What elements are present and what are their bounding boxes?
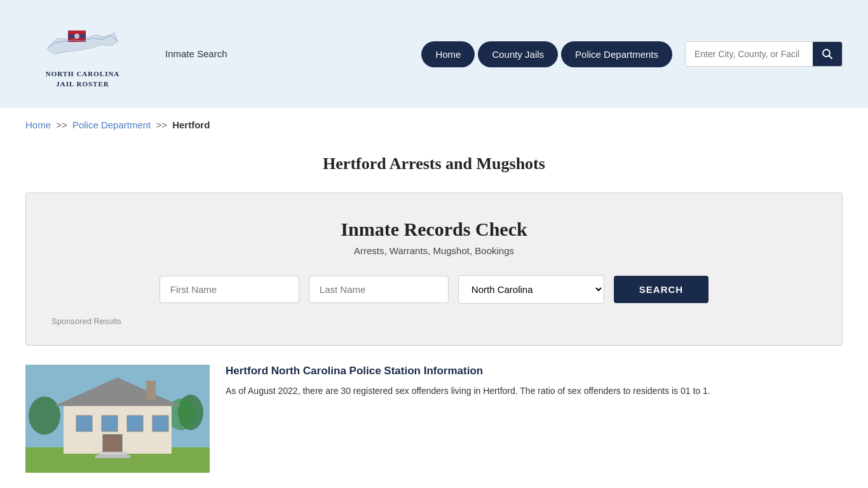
svg-rect-14: [76, 416, 92, 431]
logo-area: NORTH CAROLINA JAIL ROSTER: [25, 19, 140, 89]
svg-point-4: [74, 34, 79, 39]
svg-rect-21: [95, 455, 130, 458]
station-text-area: Hertford North Carolina Police Station I…: [226, 365, 843, 398]
station-body: As of August 2022, there are 30 register…: [226, 384, 843, 398]
svg-rect-17: [153, 416, 168, 431]
breadcrumb-police-dept[interactable]: Police Department: [72, 119, 151, 130]
page-title-area: Hertford Arrests and Mugshots: [0, 142, 868, 193]
nav-police-departments-button[interactable]: Police Departments: [561, 41, 672, 67]
breadcrumb-current: Hertford: [172, 119, 210, 130]
records-subtitle: Arrests, Warrants, Mugshot, Bookings: [51, 245, 817, 256]
inmate-search-link[interactable]: Inmate Search: [165, 48, 227, 59]
records-form: North CarolinaAlabamaAlaskaArizonaArkans…: [51, 275, 817, 304]
nav-county-jails-button[interactable]: County Jails: [478, 41, 558, 67]
svg-rect-15: [102, 416, 118, 431]
first-name-input[interactable]: [159, 276, 299, 303]
nav-area: Home County Jails Police Departments: [247, 41, 843, 67]
breadcrumb-home[interactable]: Home: [25, 119, 51, 130]
records-title: Inmate Records Check: [51, 219, 817, 240]
page-title: Hertford Arrests and Mugshots: [25, 154, 843, 173]
nav-links: Home County Jails Police Departments: [421, 41, 672, 67]
svg-rect-16: [127, 416, 143, 431]
svg-rect-19: [146, 381, 156, 400]
logo-text: NORTH CAROLINA JAIL ROSTER: [46, 69, 120, 89]
bottom-section: Hertford North Carolina Police Station I…: [0, 365, 868, 488]
station-heading: Hertford North Carolina Police Station I…: [226, 365, 843, 377]
header-search-area: [685, 41, 843, 67]
state-select[interactable]: North CarolinaAlabamaAlaskaArizonaArkans…: [458, 275, 604, 304]
nav-home-button[interactable]: Home: [421, 41, 475, 67]
station-image-inner: [25, 365, 210, 473]
nc-map-icon: [41, 19, 124, 67]
svg-point-8: [29, 396, 60, 435]
records-box: Inmate Records Check Arrests, Warrants, …: [25, 193, 843, 346]
last-name-input[interactable]: [309, 276, 449, 303]
search-icon: [822, 48, 833, 60]
records-search-button[interactable]: SEARCH: [614, 276, 709, 303]
station-image: [25, 365, 210, 473]
svg-rect-18: [103, 435, 122, 454]
sponsored-text: Sponsored Results: [51, 316, 817, 326]
breadcrumb-sep-2: >>: [156, 119, 167, 130]
header-search-input[interactable]: [686, 43, 813, 65]
svg-rect-20: [98, 452, 127, 455]
svg-line-6: [829, 56, 832, 59]
site-header: NORTH CAROLINA JAIL ROSTER Inmate Search…: [0, 0, 868, 108]
breadcrumb-sep-1: >>: [56, 119, 67, 130]
station-building-illustration: [25, 365, 210, 473]
breadcrumb: Home >> Police Department >> Hertford: [0, 108, 868, 142]
header-search-button[interactable]: [813, 42, 842, 66]
